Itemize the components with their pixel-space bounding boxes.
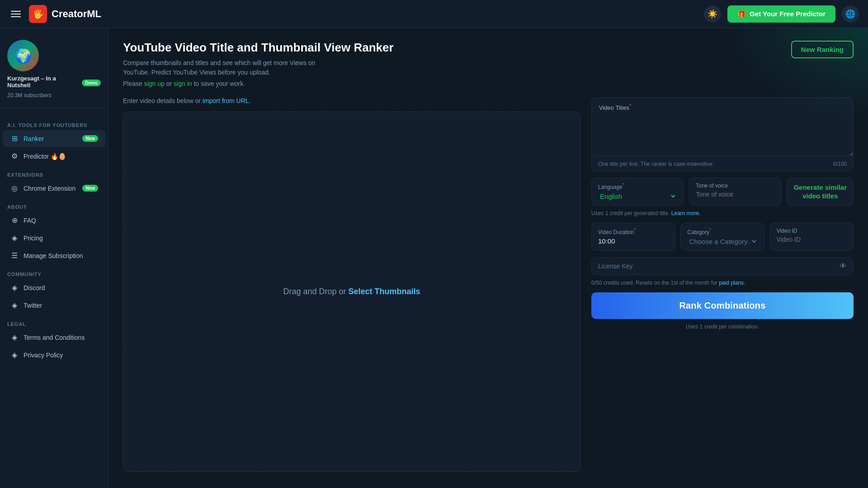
eye-icon[interactable]: 👁	[840, 262, 847, 270]
sidebar-item-discord[interactable]: ◈ Discord	[3, 279, 105, 296]
sidebar-item-pricing[interactable]: ◈ Pricing	[3, 230, 105, 246]
pricing-icon: ◈	[10, 234, 19, 242]
page-header: YouTube Video Title and Thumbnail View R…	[123, 41, 854, 87]
video-id-input[interactable]	[777, 236, 847, 243]
paid-plans-link[interactable]: paid plans.	[719, 280, 745, 286]
rank-credit-note: Uses 1 credit per combination.	[591, 324, 854, 330]
sidebar-item-chrome-extension[interactable]: ◎ Chrome Extension New	[3, 180, 105, 197]
content-row: Enter video details below or import from…	[123, 97, 854, 479]
language-select[interactable]: English Spanish French German Japanese	[598, 192, 677, 201]
select-thumbnails-link[interactable]: Select Thumbnails	[349, 287, 420, 296]
thumbnail-dropzone[interactable]: Drag and Drop or Select Thumbnails	[123, 112, 580, 472]
privacy-icon: ◈	[10, 351, 19, 359]
new-ranking-button[interactable]: New Ranking	[791, 41, 854, 58]
sidebar-item-terms[interactable]: ◈ Terms and Conditions	[3, 329, 105, 346]
credits-used: 0/50 credits used. Resets on the 1st of …	[591, 280, 854, 286]
generate-titles-button[interactable]: Generate similar video titles	[787, 178, 854, 206]
terms-icon: ◈	[10, 333, 19, 342]
license-key-group: 👁	[591, 257, 854, 275]
titles-count: 0/100	[833, 161, 847, 167]
sidebar-item-label-pricing: Pricing	[24, 235, 98, 242]
category-label: Category*	[687, 228, 757, 235]
demo-badge: Demo	[82, 80, 101, 86]
language-button[interactable]: 🌐	[842, 5, 859, 23]
sign-up-link[interactable]: sign up	[144, 80, 165, 87]
sidebar-item-label-chrome: Chrome Extension	[24, 185, 76, 192]
globe-icon: 🌐	[845, 9, 855, 19]
category-group: Category* Choose a Category… Education E…	[680, 223, 764, 251]
tone-input[interactable]	[696, 191, 774, 198]
sidebar-item-ranker[interactable]: ⊞ Ranker New	[3, 130, 105, 147]
credits-note: Uses 1 credit per generated title. Learn…	[591, 210, 854, 216]
channel-avatar: 🌍	[7, 40, 39, 71]
video-titles-label: Video Titles*	[592, 98, 853, 111]
dropzone-text: Drag and Drop or Select Thumbnails	[283, 287, 420, 296]
duration-group: Video Duration*	[591, 223, 675, 251]
chrome-icon: ◎	[10, 184, 19, 192]
main-content: YouTube Video Title and Thumbnail View R…	[108, 28, 868, 488]
tone-label: Tone of voice	[696, 183, 774, 189]
channel-info: 🌍 Kurzgesagt – In a Nutshell Demo 20.3M …	[0, 35, 108, 108]
sidebar-section-community: Community	[0, 268, 108, 279]
main-layout: 🌍 Kurzgesagt – In a Nutshell Demo 20.3M …	[0, 28, 868, 488]
language-label: Language*	[598, 183, 677, 190]
sidebar-item-twitter[interactable]: ◈ Twitter	[3, 297, 105, 314]
duration-input[interactable]	[598, 237, 668, 245]
sun-icon: ☀️	[708, 9, 717, 19]
sidebar-item-faq[interactable]: ⊕ FAQ	[3, 212, 105, 229]
sidebar-section-ai-tools: A.I. Tools for YouTubers	[0, 119, 108, 130]
sidebar-item-label-subscription: Manage Subscription	[24, 252, 98, 259]
duration-category-id-row: Video Duration* Category* Choose a Categ…	[591, 223, 854, 251]
discord-icon: ◈	[10, 283, 19, 292]
ranker-new-badge: New	[82, 135, 98, 142]
twitter-icon: ◈	[10, 301, 19, 310]
import-row: Enter video details below or import from…	[123, 97, 580, 104]
topnav-left: 🖐️ CreatorML	[9, 5, 101, 23]
video-titles-card: Video Titles* One title per line. The ra…	[591, 97, 854, 171]
sidebar-section-extensions: Extensions	[0, 169, 108, 179]
channel-subscribers: 20.3M subscribers	[7, 92, 101, 99]
sidebar-item-manage-subscription[interactable]: ☰ Manage Subscription	[3, 247, 105, 264]
theme-toggle-button[interactable]: ☀️	[704, 5, 721, 23]
hamburger-menu-button[interactable]	[9, 9, 23, 19]
video-id-label: Video ID	[777, 228, 847, 234]
import-from-url-link[interactable]: import from URL	[203, 97, 249, 104]
sidebar-item-label-twitter: Twitter	[24, 302, 98, 309]
sign-in-link[interactable]: sign in	[174, 80, 192, 87]
sidebar-item-label-ranker: Ranker	[24, 135, 76, 142]
license-key-input[interactable]	[598, 263, 836, 270]
sidebar-item-label-discord: Discord	[24, 284, 98, 291]
duration-label: Video Duration*	[598, 228, 668, 235]
channel-name: Kurzgesagt – In a Nutshell	[7, 75, 78, 89]
chrome-new-badge: New	[82, 185, 98, 192]
sidebar-item-label-privacy: Privacy Policy	[24, 352, 98, 359]
titles-hint: One title per line. The ranker is case-i…	[598, 161, 714, 167]
sidebar-item-privacy[interactable]: ◈ Privacy Policy	[3, 347, 105, 363]
logo-text: CreatorML	[52, 8, 101, 20]
video-id-group: Video ID	[770, 223, 854, 251]
sidebar-section-legal: Legal	[0, 318, 108, 328]
titles-footer: One title per line. The ranker is case-i…	[592, 158, 853, 171]
page-subtitle: Compare thumbnails and titles and see wh…	[123, 58, 854, 77]
page-title: YouTube Video Title and Thumbnail View R…	[123, 41, 854, 55]
language-group: Language* English Spanish French German …	[591, 178, 684, 206]
logo[interactable]: 🖐️ CreatorML	[29, 5, 101, 23]
video-titles-input[interactable]	[592, 111, 853, 156]
sidebar-item-label-predictor: Predictor 🔥🥚	[24, 153, 98, 160]
get-predictor-button[interactable]: 🎁 Get Your Free Predictor	[727, 5, 835, 23]
auth-prompt: Please sign up or sign in to save your w…	[123, 80, 854, 87]
thumbnail-section: Enter video details below or import from…	[123, 97, 580, 479]
rank-combinations-button[interactable]: Rank Combinations	[591, 292, 854, 319]
sidebar-item-label-terms: Terms and Conditions	[24, 334, 98, 341]
learn-more-link[interactable]: Learn more.	[671, 210, 701, 216]
ranker-icon: ⊞	[10, 134, 19, 143]
subscription-icon: ☰	[10, 251, 19, 260]
language-tone-row: Language* English Spanish French German …	[591, 178, 854, 206]
sidebar-item-predictor[interactable]: ⚙ Predictor 🔥🥚	[3, 148, 105, 164]
gift-icon: 🎁	[737, 10, 746, 18]
sidebar-section-about: About	[0, 201, 108, 211]
topnav-right: ☀️ 🎁 Get Your Free Predictor 🌐	[704, 5, 859, 23]
faq-icon: ⊕	[10, 216, 19, 225]
category-select[interactable]: Choose a Category… Education Entertainme…	[687, 237, 757, 246]
sidebar-item-label-faq: FAQ	[24, 217, 98, 224]
